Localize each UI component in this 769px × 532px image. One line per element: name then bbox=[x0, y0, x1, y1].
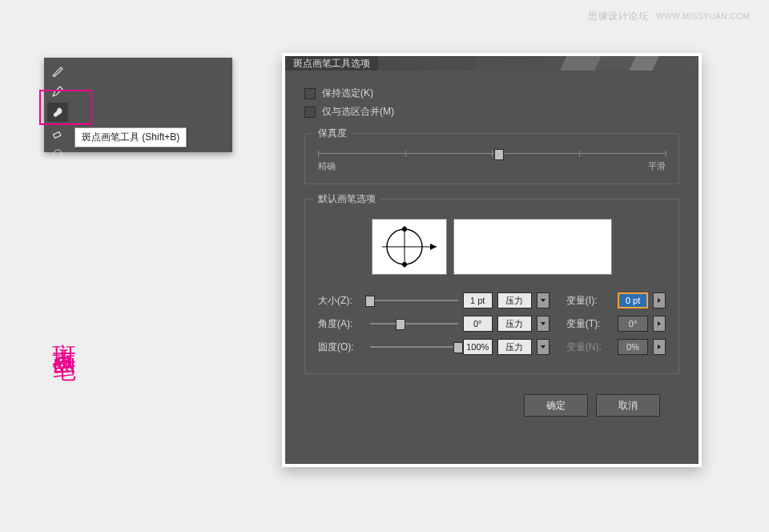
option-label: 大小(Z): bbox=[318, 294, 365, 308]
fidelity-right-label: 平滑 bbox=[648, 160, 666, 172]
merge-only-label: 仅与选区合并(M) bbox=[322, 105, 394, 119]
checkbox-icon bbox=[304, 88, 316, 99]
cancel-button[interactable]: 取消 bbox=[596, 394, 660, 417]
option-value[interactable]: 1 pt bbox=[463, 292, 493, 308]
fidelity-slider[interactable] bbox=[318, 153, 666, 154]
option-variation-value[interactable]: 0 pt bbox=[618, 292, 647, 308]
brush-option-row: 大小(Z):1 pt压力变量(I):0 pt bbox=[318, 292, 666, 308]
option-slider[interactable] bbox=[370, 342, 458, 352]
brush-angle-preview[interactable] bbox=[372, 219, 447, 275]
fidelity-left-label: 精确 bbox=[318, 160, 336, 172]
fidelity-slider-thumb[interactable] bbox=[494, 149, 504, 160]
option-variation-value[interactable]: 0° bbox=[618, 316, 647, 332]
rotate-icon[interactable] bbox=[47, 144, 68, 163]
svg-rect-0 bbox=[54, 131, 61, 138]
keep-selected-checkbox[interactable]: 保持选定(K) bbox=[304, 87, 679, 100]
eraser-icon[interactable] bbox=[47, 123, 68, 143]
brush-option-row: 圆度(O):100%压力变量(N):0% bbox=[318, 339, 666, 355]
tool-tooltip: 斑点画笔工具 (Shift+B) bbox=[74, 127, 187, 147]
vertical-caption: 斑点画笔 bbox=[46, 324, 83, 344]
merge-only-checkbox[interactable]: 仅与选区合并(M) bbox=[304, 105, 679, 119]
chevron-down-icon[interactable] bbox=[537, 339, 550, 355]
chevron-down-icon[interactable] bbox=[537, 316, 550, 332]
dialog-title: 斑点画笔工具选项 bbox=[285, 56, 378, 71]
option-variation-label: 变量(T): bbox=[566, 317, 614, 331]
play-icon[interactable] bbox=[653, 316, 666, 332]
blob-brush-icon[interactable] bbox=[47, 103, 68, 122]
keep-selected-label: 保持选定(K) bbox=[322, 87, 373, 100]
blob-brush-options-dialog: 斑点画笔工具选项 保持选定(K) 仅与选区合并(M) 保真度 精确 平滑 bbox=[282, 53, 702, 467]
play-icon[interactable] bbox=[653, 292, 666, 308]
option-mode-select[interactable]: 压力 bbox=[497, 339, 532, 355]
chevron-down-icon[interactable] bbox=[537, 292, 550, 308]
option-value[interactable]: 0° bbox=[463, 316, 493, 332]
dialog-titlebar: 斑点画笔工具选项 bbox=[285, 56, 699, 71]
option-slider[interactable] bbox=[370, 296, 458, 305]
option-value[interactable]: 100% bbox=[463, 339, 493, 355]
pencil-icon[interactable] bbox=[47, 82, 68, 101]
watermark-site: 思缘设计论坛 bbox=[588, 10, 648, 22]
option-variation-label: 变量(N): bbox=[566, 341, 614, 354]
brush-option-row: 角度(A):0°压力变量(T):0° bbox=[318, 316, 666, 332]
checkbox-icon bbox=[304, 107, 316, 118]
default-brush-group: 默认画笔选项 大小(Z):1 pt压力变量(I): bbox=[304, 199, 679, 374]
titlebar-accent bbox=[474, 56, 699, 71]
option-label: 角度(A): bbox=[318, 317, 365, 331]
ok-button[interactable]: 确定 bbox=[524, 394, 588, 417]
option-mode-select[interactable]: 压力 bbox=[497, 316, 532, 332]
svg-marker-3 bbox=[430, 244, 437, 250]
brush-stroke-preview bbox=[453, 219, 612, 275]
option-slider[interactable] bbox=[370, 319, 458, 328]
play-icon[interactable] bbox=[653, 339, 666, 355]
default-brush-title: 默认画笔选项 bbox=[313, 192, 380, 206]
watermark: 思缘设计论坛 WWW.MISSYUAN.COM bbox=[588, 10, 750, 23]
svg-point-6 bbox=[402, 262, 407, 267]
paintbrush-icon[interactable] bbox=[47, 61, 68, 80]
option-label: 圆度(O): bbox=[318, 341, 365, 354]
svg-point-5 bbox=[402, 227, 407, 232]
watermark-url: WWW.MISSYUAN.COM bbox=[656, 12, 750, 21]
option-variation-label: 变量(I): bbox=[566, 294, 614, 308]
option-variation-value[interactable]: 0% bbox=[618, 339, 647, 355]
option-mode-select[interactable]: 压力 bbox=[497, 292, 532, 308]
fidelity-title: 保真度 bbox=[313, 127, 352, 140]
fidelity-group: 保真度 精确 平滑 bbox=[304, 133, 679, 184]
